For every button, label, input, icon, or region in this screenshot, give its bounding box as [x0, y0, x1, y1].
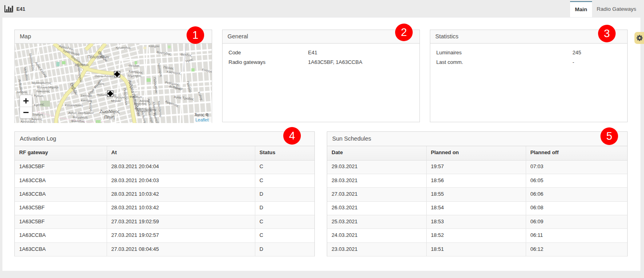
- svg-text:Κάλχου: Κάλχου: [149, 44, 159, 48]
- svg-text:Ζωοδόχος: Ζωοδόχος: [99, 109, 119, 114]
- svg-text:Θέτιδος: Θέτιδος: [129, 64, 140, 68]
- svg-text:Αργολίδος: Αργολίδος: [20, 120, 35, 123]
- svg-text:Κατσαντώνη: Κατσαντώνη: [65, 103, 82, 107]
- svg-text:Βούρβαχη: Βούρβαχη: [73, 115, 87, 119]
- svg-text:Πηγή: Πηγή: [104, 115, 115, 119]
- svg-text:Οσίου Λουκά: Οσίου Λουκά: [95, 74, 113, 78]
- svg-text:Άρεως: Άρεως: [34, 94, 44, 97]
- svg-text:Δήμητρας: Δήμητρας: [127, 74, 141, 77]
- svg-text:Τρώων: Τρώων: [114, 95, 124, 99]
- svg-text:Χρυσηίδος: Χρυσηίδος: [115, 46, 131, 50]
- svg-text:Φύλλιδος: Φύλλιδος: [71, 119, 84, 123]
- svg-text:Αγίων Θεοδώρων: Αγίων Θεοδώρων: [68, 111, 93, 115]
- svg-text:Λακωνίας: Λακωνίας: [36, 89, 50, 93]
- svg-text:Μήλου: Μήλου: [111, 99, 121, 103]
- svg-text:Ψελλού Μιχαήλ: Ψελλού Μιχαήλ: [37, 85, 59, 89]
- svg-text:Leaflet: Leaflet: [195, 117, 209, 122]
- svg-text:Βησσαρίωνος: Βησσαρίωνος: [32, 81, 51, 85]
